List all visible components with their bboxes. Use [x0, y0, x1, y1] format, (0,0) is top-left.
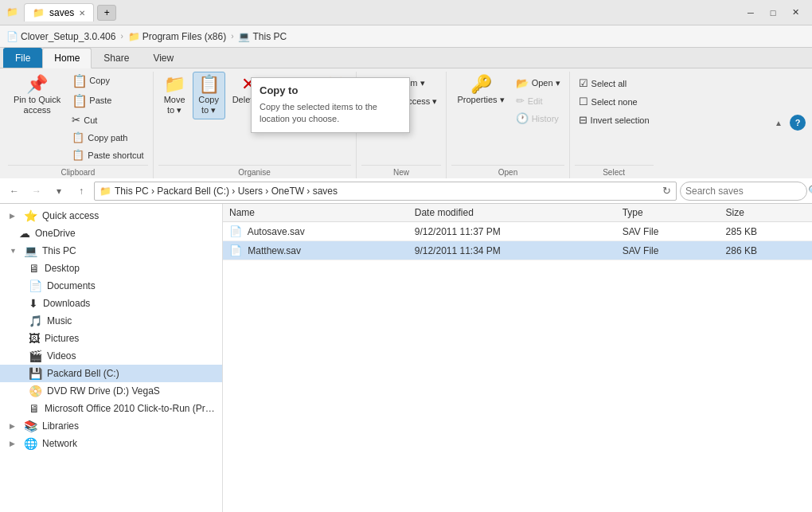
history-icon: 🕐: [516, 112, 529, 124]
tab-share[interactable]: Share: [92, 48, 141, 68]
quick-access-arrow: ▶: [10, 212, 19, 220]
sidebar-item-videos[interactable]: 🎬 Videos: [0, 347, 222, 365]
tab-close-btn[interactable]: ✕: [79, 9, 85, 18]
close-btn[interactable]: ✕: [785, 5, 806, 21]
search-input[interactable]: [685, 186, 805, 197]
sidebar-item-music[interactable]: 🎵 Music: [0, 312, 222, 330]
recent-btn[interactable]: ▾: [49, 182, 68, 201]
select-none-btn[interactable]: ☐ Select none: [575, 93, 642, 110]
address-bar[interactable]: 📁 This PC › Packard Bell (C:) › Users › …: [94, 182, 677, 201]
ms-office-label: Microsoft Office 2010 Click-to-Run (Prot…: [45, 403, 216, 414]
desktop-label: Desktop: [45, 263, 80, 274]
crumb-programfiles-icon: 📁: [128, 31, 140, 42]
crumb-thispc-icon: 💻: [238, 31, 250, 42]
sidebar-item-onedrive[interactable]: ☁ OneDrive: [0, 225, 222, 242]
up-btn[interactable]: ↑: [72, 182, 91, 201]
col-size[interactable]: Size: [720, 204, 812, 222]
file-name-cell: 📄 Matthew.sav: [223, 241, 408, 260]
minimize-btn[interactable]: ─: [740, 5, 761, 21]
copy-path-btn[interactable]: 📋 Copy path: [68, 129, 147, 146]
sidebar-item-documents[interactable]: 📄 Documents: [0, 277, 222, 295]
select-label: Select: [575, 165, 654, 178]
crumb-thispc[interactable]: 💻 This PC: [238, 31, 287, 42]
file-size-cell: 286 KB: [720, 241, 812, 260]
sidebar-item-packard-bell[interactable]: 💾 Packard Bell (C:): [0, 365, 222, 382]
dvd-rw-label: DVD RW Drive (D:) VegaS: [47, 385, 160, 397]
dvd-rw-icon: 📀: [29, 385, 42, 397]
search-box[interactable]: 🔍: [680, 182, 807, 201]
music-label: Music: [47, 315, 72, 326]
window-controls: ─ □ ✕: [740, 5, 806, 21]
new-tab-btn[interactable]: +: [97, 5, 116, 21]
tab-file[interactable]: File: [3, 48, 42, 68]
copy-btn[interactable]: 📋 Copy: [68, 72, 114, 91]
edit-icon: ✏: [516, 95, 525, 107]
table-row[interactable]: 📄 Autosave.sav 9/12/2011 11:37 PM SAV Fi…: [223, 222, 812, 241]
help-btn[interactable]: ?: [790, 115, 806, 131]
invert-selection-btn[interactable]: ⊟ Invert selection: [575, 111, 654, 128]
edit-btn[interactable]: ✏ Edit: [512, 92, 564, 109]
col-name[interactable]: Name: [223, 204, 408, 222]
crumb-programfiles[interactable]: 📁 Program Files (x86): [128, 31, 226, 42]
tab-view[interactable]: View: [141, 48, 185, 68]
window-icon: 📁: [6, 6, 19, 19]
sidebar-item-dvd-rw[interactable]: 📀 DVD RW Drive (D:) VegaS: [0, 382, 222, 400]
pin-icon: 📌: [26, 76, 48, 93]
open-btn[interactable]: 📂 Open ▾: [512, 75, 564, 92]
paste-btn[interactable]: 📋 Paste: [68, 92, 115, 111]
breadcrumb-tabs: 📄 Clover_Setup_3.0.406 › 📁 Program Files…: [0, 25, 812, 48]
file-table: Name Date modified Type Size 📄 Autosave.…: [223, 204, 812, 260]
history-btn[interactable]: 🕐 History: [512, 110, 564, 127]
pictures-label: Pictures: [45, 333, 79, 344]
clipboard-items: 📌 Pin to Quickaccess 📋 Copy 📋 Paste ✂: [8, 72, 148, 163]
select-items: ☑ Select all ☐ Select none ⊟ Invert sele…: [575, 72, 654, 163]
ribbon-tabs: File Home Share View: [0, 48, 812, 68]
table-row[interactable]: 📄 Matthew.sav 9/12/2011 11:34 PM SAV Fil…: [223, 241, 812, 260]
documents-label: Documents: [47, 280, 96, 291]
group-clipboard: 📌 Pin to Quickaccess 📋 Copy 📋 Paste ✂: [3, 72, 154, 178]
downloads-label: Downloads: [43, 298, 90, 309]
file-icon-2: 📄: [229, 244, 242, 256]
copy-to-btn[interactable]: 📋 Copyto ▾: [193, 72, 225, 119]
sidebar-item-quick-access[interactable]: ▶ ⭐ Quick access: [0, 207, 222, 225]
title-bar: 📁 📁 saves ✕ + ─ □ ✕: [0, 0, 812, 25]
cut-btn[interactable]: ✂ Cut: [68, 111, 147, 128]
popup-description: Copy the selected items to the location …: [260, 101, 401, 126]
title-tab[interactable]: 📁 saves ✕: [24, 3, 94, 21]
pin-to-quick-access-btn[interactable]: 📌 Pin to Quickaccess: [8, 72, 66, 119]
network-arrow: ▶: [10, 440, 19, 448]
file-date-cell: 9/12/2011 11:34 PM: [408, 241, 616, 260]
back-btn[interactable]: ←: [5, 182, 24, 201]
select-all-btn[interactable]: ☑ Select all: [575, 75, 631, 92]
sidebar-item-network[interactable]: ▶ 🌐 Network: [0, 435, 222, 452]
sidebar-item-downloads[interactable]: ⬇ Downloads: [0, 295, 222, 312]
paste-shortcut-icon: 📋: [72, 149, 84, 161]
sidebar-item-ms-office[interactable]: 🖥 Microsoft Office 2010 Click-to-Run (Pr…: [0, 400, 222, 417]
sidebar-item-desktop[interactable]: 🖥 Desktop: [0, 260, 222, 277]
quick-access-label: Quick access: [42, 210, 99, 221]
downloads-icon: ⬇: [29, 297, 38, 310]
forward-btn[interactable]: →: [27, 182, 46, 201]
crumb-clover[interactable]: 📄 Clover_Setup_3.0.406: [6, 31, 115, 42]
sidebar-item-libraries[interactable]: ▶ 📚 Libraries: [0, 417, 222, 435]
network-label: Network: [42, 438, 77, 449]
maximize-btn[interactable]: □: [763, 5, 783, 21]
pictures-icon: 🖼: [29, 332, 40, 345]
libraries-label: Libraries: [42, 420, 79, 432]
address-folder-icon: 📁: [100, 186, 111, 197]
properties-btn[interactable]: 🔑 Properties ▾: [451, 72, 509, 109]
move-to-btn[interactable]: 📁 Moveto ▾: [158, 72, 191, 119]
nav-bar: ← → ▾ ↑ 📁 This PC › Packard Bell (C:) › …: [0, 178, 812, 204]
new-label: New: [361, 165, 442, 178]
copy-icon: 📋: [72, 75, 88, 88]
col-type[interactable]: Type: [616, 204, 720, 222]
ribbon-collapse-btn[interactable]: ▲: [771, 115, 787, 131]
paste-shortcut-btn[interactable]: 📋 Paste shortcut: [68, 147, 147, 163]
crumb-clover-label: Clover_Setup_3.0.406: [21, 31, 115, 42]
sidebar-item-pictures[interactable]: 🖼 Pictures: [0, 330, 222, 347]
refresh-btn[interactable]: ↻: [662, 185, 671, 197]
tab-home[interactable]: Home: [42, 48, 92, 68]
copy-path-icon: 📋: [72, 131, 84, 143]
sidebar-item-thispc[interactable]: ▼ 💻 This PC: [0, 242, 222, 260]
col-date[interactable]: Date modified: [408, 204, 616, 222]
